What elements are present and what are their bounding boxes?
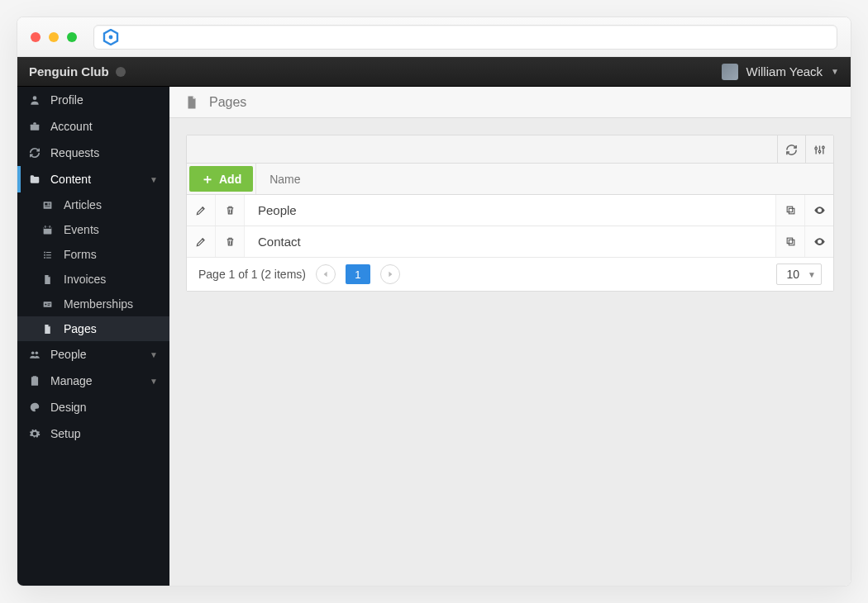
svg-rect-26 — [33, 376, 37, 377]
svg-rect-36 — [787, 207, 793, 211]
copy-button[interactable] — [775, 226, 804, 257]
table-row: Contact — [187, 226, 833, 258]
chevron-down-icon: ▼ — [831, 67, 839, 76]
grid-header-row: ＋ Add Name — [187, 164, 833, 195]
page-size-value: 10 — [787, 268, 800, 281]
id-card-icon — [42, 299, 55, 310]
sidebar-sub-pages[interactable]: Pages — [17, 316, 169, 341]
svg-rect-7 — [49, 204, 50, 205]
svg-rect-19 — [44, 302, 52, 307]
svg-point-1 — [109, 35, 113, 39]
chevron-down-icon: ▼ — [150, 175, 158, 184]
svg-point-2 — [33, 96, 37, 100]
sidebar-item-setup[interactable]: Setup — [17, 420, 169, 447]
edit-button[interactable] — [187, 226, 216, 257]
svg-rect-40 — [789, 240, 794, 245]
delete-button[interactable] — [216, 226, 245, 257]
org-switcher[interactable]: Penguin Club — [29, 64, 126, 78]
sidebar-item-account[interactable]: Account — [17, 113, 169, 140]
browser-chrome — [17, 17, 851, 57]
user-menu[interactable]: William Yeack ▼ — [722, 64, 839, 80]
sidebar-item-people[interactable]: People ▼ — [17, 341, 169, 368]
sidebar-item-label: Articles — [64, 198, 102, 211]
svg-rect-21 — [48, 303, 51, 304]
page-size-select[interactable]: 10 ▼ — [776, 264, 822, 285]
app-topbar: Penguin Club William Yeack ▼ — [17, 57, 851, 87]
user-icon — [29, 94, 42, 106]
add-button[interactable]: ＋ Add — [189, 166, 253, 192]
refresh-icon — [29, 147, 42, 159]
window-minimize-dot[interactable] — [49, 32, 59, 42]
clipboard-icon — [29, 375, 42, 387]
main-panel: Pages — [169, 87, 851, 586]
svg-rect-6 — [49, 202, 50, 203]
chevron-down-icon: ▼ — [808, 270, 816, 279]
sidebar-item-requests[interactable]: Requests — [17, 140, 169, 166]
page-header: Pages — [169, 87, 851, 118]
sidebar-item-label: People — [50, 348, 87, 361]
pager-next-button[interactable] — [380, 264, 400, 284]
sidebar-item-label: Forms — [64, 248, 97, 261]
user-name: William Yeack — [746, 64, 823, 78]
svg-rect-35 — [789, 208, 794, 214]
sidebar-item-profile[interactable]: Profile — [17, 87, 169, 113]
refresh-button[interactable] — [777, 135, 805, 164]
svg-rect-13 — [44, 251, 45, 253]
data-grid: ＋ Add Name — [186, 135, 834, 292]
sidebar-sub-memberships[interactable]: Memberships — [17, 292, 169, 316]
cell-name: Contact — [245, 226, 775, 257]
gear-icon — [29, 428, 42, 439]
view-button[interactable] — [804, 226, 833, 257]
svg-rect-18 — [46, 257, 51, 258]
svg-point-31 — [818, 150, 821, 153]
settings-button[interactable] — [805, 135, 833, 164]
svg-rect-5 — [45, 202, 47, 205]
org-name: Penguin Club — [29, 64, 109, 78]
pager-current-page[interactable]: 1 — [346, 264, 370, 284]
pager-prev-button[interactable] — [316, 264, 336, 284]
sidebar-item-label: Invoices — [64, 273, 106, 286]
copy-button[interactable] — [775, 195, 804, 226]
grid-toolbar — [187, 135, 833, 164]
sidebar-sub-articles[interactable]: Articles — [17, 192, 169, 217]
sidebar-sub-forms[interactable]: Forms — [17, 242, 169, 267]
list-icon — [42, 249, 55, 260]
page-title: Pages — [209, 95, 246, 110]
delete-button[interactable] — [216, 195, 245, 226]
grid-footer: Page 1 of 1 (2 items) 1 10 ▼ — [187, 258, 833, 291]
sidebar-item-design[interactable]: Design — [17, 394, 169, 420]
users-icon — [29, 349, 42, 360]
svg-rect-12 — [50, 226, 50, 228]
org-settings-icon — [116, 67, 126, 77]
svg-rect-8 — [45, 206, 50, 207]
svg-point-20 — [45, 303, 46, 305]
page-icon — [42, 324, 55, 335]
sidebar: Profile Account Requests — [17, 87, 169, 586]
browser-window: Penguin Club William Yeack ▼ Profile — [17, 17, 851, 586]
chevron-down-icon: ▼ — [150, 350, 158, 359]
sidebar-item-label: Setup — [50, 427, 81, 440]
sidebar-item-label: Memberships — [64, 297, 133, 311]
svg-point-30 — [815, 147, 818, 150]
sidebar-item-content[interactable]: Content ▼ — [17, 166, 169, 192]
plus-icon: ＋ — [201, 173, 214, 186]
svg-rect-22 — [48, 305, 50, 306]
view-button[interactable] — [804, 195, 833, 226]
address-bar[interactable] — [93, 25, 837, 50]
briefcase-icon — [29, 121, 42, 132]
edit-button[interactable] — [187, 195, 216, 226]
chevron-down-icon: ▼ — [150, 377, 158, 386]
sidebar-item-label: Content — [50, 173, 91, 186]
sidebar-item-label: Requests — [50, 146, 99, 159]
document-icon — [42, 274, 55, 285]
window-maximize-dot[interactable] — [67, 32, 77, 42]
folder-icon — [29, 173, 42, 185]
svg-rect-41 — [787, 238, 793, 244]
newspaper-icon — [42, 200, 55, 211]
sidebar-sub-events[interactable]: Events — [17, 217, 169, 242]
sidebar-sub-invoices[interactable]: Invoices — [17, 267, 169, 292]
svg-point-42 — [818, 240, 821, 243]
column-header-name[interactable]: Name — [255, 164, 833, 194]
sidebar-item-manage[interactable]: Manage ▼ — [17, 368, 169, 394]
window-close-dot[interactable] — [31, 32, 41, 42]
